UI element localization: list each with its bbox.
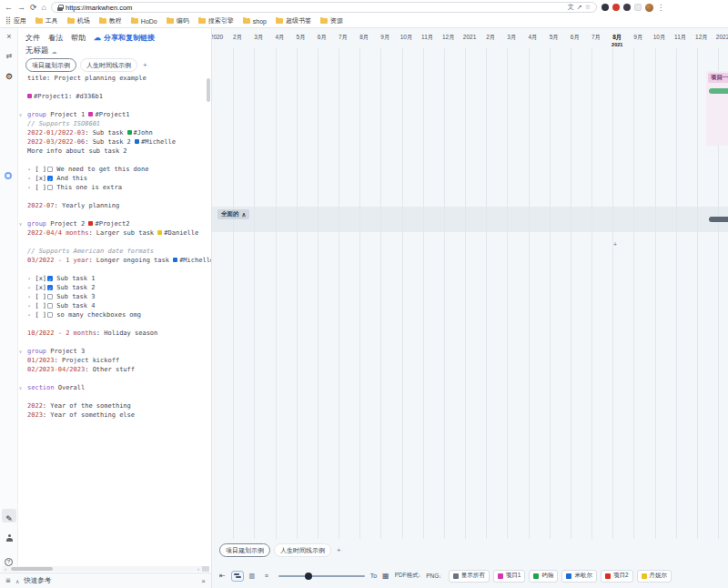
code-line[interactable]: ∨section Overall — [18, 383, 211, 392]
editor-vertical-scrollbar[interactable] — [207, 78, 210, 102]
code-line[interactable]: 2022-07: Yearly planning — [18, 201, 211, 210]
legend-chip[interactable]: 米歇尔 — [561, 570, 597, 583]
code-line[interactable] — [18, 156, 211, 165]
code-line[interactable]: - [x] Sub task 1 — [18, 274, 211, 283]
event-bar-subtask[interactable] — [709, 88, 728, 94]
list-view-button[interactable]: ≡ — [260, 571, 273, 582]
calendar-view-button[interactable]: ▥ — [246, 571, 258, 582]
checkbox-checked[interactable] — [47, 276, 53, 281]
collapse-editor-icon[interactable]: ⇤ — [219, 572, 226, 580]
swap-panels-icon[interactable]: ⇄ — [0, 52, 18, 60]
code-line[interactable]: - [ ] Sub task 4 — [18, 301, 211, 310]
legend-chip[interactable]: 丹妮尔 — [637, 570, 672, 583]
zoom-slider[interactable] — [278, 571, 365, 582]
code-line[interactable]: 03/2022 - 1 year: Longer ongoing task #M… — [18, 256, 211, 265]
tab-life-timeline[interactable]: 人生时间线示例 — [80, 58, 137, 72]
expand-rows-icon[interactable]: ▦ — [382, 572, 389, 580]
collapse-chevron-icon[interactable]: ∨ — [19, 347, 22, 356]
sync-status-icon[interactable] — [5, 172, 12, 179]
add-tab-button[interactable]: + — [335, 546, 343, 554]
tab-project-planning[interactable]: 项目规划示例 — [25, 58, 76, 72]
bookmark-folder[interactable]: 编码 — [167, 16, 189, 25]
timeline-panel[interactable]: 20202月3月4月5月6月7月8月9月10月11月12月20212月3月4月5… — [211, 28, 728, 588]
code-line[interactable]: ∨group Project 1 #Project1 — [18, 110, 211, 119]
code-line[interactable]: 2022-03/2022-06: Sub task 2 #Michelle — [18, 137, 211, 147]
collapse-chevron-icon[interactable]: ∨ — [19, 383, 22, 392]
code-line[interactable]: // Supports American date formats — [18, 247, 211, 256]
code-line[interactable]: - [x] Sub task 2 — [18, 283, 211, 292]
code-line[interactable] — [18, 83, 211, 92]
code-line[interactable]: 01/2023: Project kickoff — [18, 356, 211, 365]
expand-icon[interactable]: ∧ — [15, 578, 19, 584]
close-panel-icon[interactable]: × — [0, 32, 18, 41]
bookmark-folder[interactable]: 工具 — [35, 16, 58, 25]
code-line[interactable]: 10/2022 - 2 months: Holiday season — [18, 329, 211, 338]
code-line[interactable]: - [ ] This one is extra — [18, 183, 211, 192]
extension-icon[interactable] — [612, 4, 620, 11]
forward-icon[interactable]: → — [17, 0, 25, 15]
code-line[interactable] — [18, 101, 211, 110]
share-page-icon[interactable]: ↗ — [577, 4, 582, 11]
profile-avatar[interactable] — [645, 4, 653, 12]
code-line[interactable]: ∨group Project 2 #Project2 — [18, 219, 211, 228]
scroll-left-icon[interactable]: ‹ — [2, 566, 9, 572]
legend-chip[interactable]: 项目1 — [493, 570, 526, 583]
code-line[interactable]: 2022: Year of the something — [18, 401, 211, 411]
code-line[interactable]: - [ ] so many checkboxes omg — [18, 310, 211, 319]
add-tab-button[interactable]: + — [141, 61, 149, 69]
code-line[interactable]: 2022-01/2022-03: Sub task #John — [18, 128, 211, 137]
code-line[interactable]: 2022-04/4 months: Larger sub task #Danie… — [18, 228, 211, 238]
bookmark-star-icon[interactable]: ☆ — [585, 4, 591, 11]
legend-chip[interactable]: 显示所有 — [449, 570, 490, 583]
home-icon[interactable]: ⌂ — [42, 0, 46, 15]
code-line[interactable]: // Supports ISO8601 — [18, 119, 211, 128]
overall-section-header[interactable]: 全面的 ∧ — [217, 209, 249, 219]
download-png-button[interactable]: PNG↓ — [426, 573, 441, 579]
event-bar-overall[interactable] — [709, 217, 728, 222]
extension-icon[interactable] — [623, 4, 631, 11]
reload-icon[interactable]: ⟳ — [30, 0, 37, 15]
extension-icon[interactable] — [602, 4, 609, 11]
code-line[interactable]: - [ ] Sub task 3 — [18, 292, 211, 301]
quick-reference-bar[interactable]: ≣ ∧ 快速参考 × — [0, 573, 211, 588]
checkbox-checked[interactable] — [47, 176, 53, 181]
checkbox-checked[interactable] — [47, 285, 53, 290]
menu-item-看法[interactable]: 看法 — [48, 33, 63, 43]
bookmark-folder[interactable]: shop — [243, 18, 267, 25]
url-text[interactable]: https://markwhen.com — [66, 4, 565, 12]
tab-project-planning[interactable]: 项目规划示例 — [219, 543, 270, 557]
project1-group-label[interactable]: 项目一 — [708, 73, 728, 83]
code-line[interactable]: - [ ] We need to get this done — [18, 165, 211, 174]
help-icon[interactable]: ? — [5, 558, 13, 566]
slider-handle[interactable] — [305, 573, 312, 580]
share-copy-link-button[interactable]: ☁ 分享和复制链接 — [94, 33, 155, 43]
bookmark-folder[interactable]: 机场 — [67, 16, 90, 25]
edit-mode-button[interactable]: ✎ — [2, 509, 16, 522]
code-line[interactable]: 02/2023-04/2023: Other stuff — [18, 365, 211, 374]
slider-track[interactable] — [278, 575, 365, 577]
code-line[interactable]: ∨group Project 3 — [18, 347, 211, 356]
bookmark-folder[interactable]: 教程 — [99, 16, 122, 25]
collapse-chevron-icon[interactable]: ∨ — [19, 219, 22, 228]
menu-item-文件[interactable]: 文件 — [25, 33, 40, 43]
editor-horizontal-scrollbar[interactable]: ‹ › — [2, 566, 209, 572]
extension-icon[interactable] — [634, 4, 642, 11]
translate-icon[interactable]: 文 — [568, 3, 574, 12]
profile-icon[interactable] — [5, 534, 13, 542]
bookmark-folder[interactable]: 超级书签 — [276, 16, 311, 25]
code-line[interactable] — [18, 319, 211, 329]
menu-item-帮助[interactable]: 帮助 — [71, 33, 86, 43]
bookmark-folder[interactable]: 资源 — [320, 16, 343, 25]
legend-chip[interactable]: 约翰 — [529, 570, 558, 583]
code-line[interactable] — [18, 192, 211, 201]
browser-menu-icon[interactable]: ⋮ — [657, 4, 664, 12]
scroll-right-icon[interactable]: › — [195, 566, 202, 572]
address-bar[interactable]: https://markwhen.com 文 ↗ ☆ — [51, 2, 597, 13]
legend-chip[interactable]: 项目2 — [601, 570, 633, 583]
bookmark-folder[interactable]: 搜索引擎 — [198, 16, 234, 25]
code-line[interactable] — [18, 210, 211, 219]
code-line[interactable]: title: Project planning example — [18, 74, 211, 83]
code-line[interactable]: More info about sub task 2 — [18, 147, 211, 156]
code-line[interactable] — [18, 392, 211, 401]
code-line[interactable] — [18, 338, 211, 347]
